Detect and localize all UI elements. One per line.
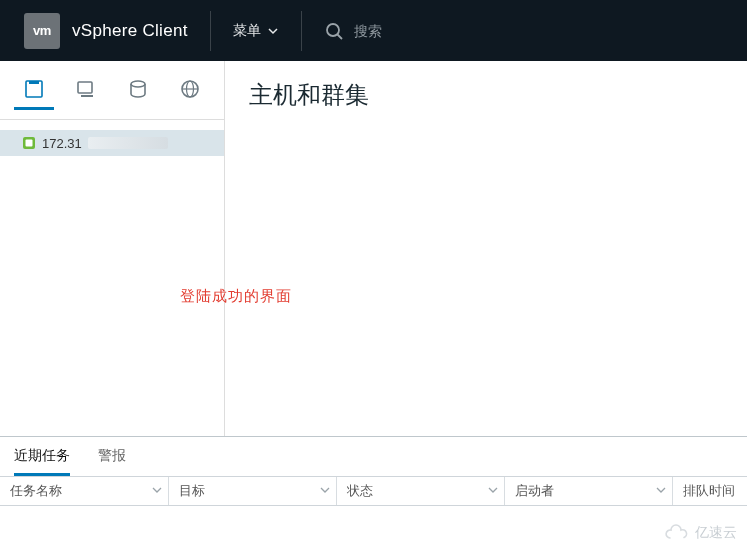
chevron-down-icon bbox=[267, 25, 279, 37]
col-status[interactable]: 状态 bbox=[336, 477, 504, 505]
main-body: 172.31 主机和群集 bbox=[0, 61, 747, 436]
search-icon bbox=[324, 21, 344, 41]
chevron-down-icon bbox=[656, 484, 666, 498]
top-header: vm vSphere Client 菜单 bbox=[0, 0, 747, 61]
chevron-down-icon bbox=[320, 484, 330, 498]
col-label: 状态 bbox=[347, 483, 373, 500]
header-divider bbox=[210, 11, 211, 51]
header-divider bbox=[301, 11, 302, 51]
col-label: 启动者 bbox=[515, 483, 554, 500]
inventory-tabs bbox=[0, 61, 224, 120]
annotation-note: 登陆成功的界面 bbox=[180, 287, 292, 306]
tab-hosts-clusters[interactable] bbox=[14, 70, 54, 110]
col-target[interactable]: 目标 bbox=[168, 477, 336, 505]
svg-rect-4 bbox=[78, 82, 92, 93]
vmware-logo: vm bbox=[24, 13, 60, 49]
tab-storage[interactable] bbox=[118, 70, 158, 110]
tasks-grid-header: 任务名称 目标 状态 启动者 排队时间 bbox=[0, 476, 747, 506]
tab-vms-templates[interactable] bbox=[66, 70, 106, 110]
page-title: 主机和群集 bbox=[249, 79, 723, 111]
tab-recent-tasks[interactable]: 近期任务 bbox=[14, 447, 70, 476]
search-box[interactable] bbox=[324, 21, 474, 41]
hosts-clusters-icon bbox=[23, 78, 45, 100]
svg-line-1 bbox=[337, 34, 342, 39]
col-label: 排队时间 bbox=[683, 483, 735, 500]
svg-rect-3 bbox=[29, 81, 39, 84]
col-label: 任务名称 bbox=[10, 483, 62, 500]
watermark-text: 亿速云 bbox=[695, 524, 737, 542]
vms-templates-icon bbox=[75, 78, 97, 100]
svg-point-6 bbox=[131, 81, 145, 87]
bottom-tabs: 近期任务 警报 bbox=[0, 437, 747, 476]
watermark: 亿速云 bbox=[663, 524, 737, 542]
inventory-tree: 172.31 bbox=[0, 120, 224, 156]
chevron-down-icon bbox=[152, 484, 162, 498]
search-input[interactable] bbox=[354, 23, 474, 39]
col-label: 目标 bbox=[179, 483, 205, 500]
col-queued-for[interactable]: 排队时间 bbox=[672, 477, 747, 505]
menu-dropdown[interactable]: 菜单 bbox=[233, 22, 279, 40]
svg-point-0 bbox=[327, 24, 339, 36]
tab-alarms[interactable]: 警报 bbox=[98, 447, 126, 476]
inventory-sidebar: 172.31 bbox=[0, 61, 225, 436]
tree-item-label: 172.31 bbox=[42, 136, 82, 151]
menu-label: 菜单 bbox=[233, 22, 261, 40]
svg-rect-11 bbox=[26, 140, 33, 147]
svg-rect-5 bbox=[81, 95, 93, 97]
content-area: 主机和群集 bbox=[225, 61, 747, 436]
networking-icon bbox=[179, 78, 201, 100]
storage-icon bbox=[127, 78, 149, 100]
product-brand: vSphere Client bbox=[72, 21, 188, 41]
cloud-icon bbox=[663, 524, 689, 542]
col-initiator[interactable]: 启动者 bbox=[504, 477, 672, 505]
bottom-panel: 近期任务 警报 任务名称 目标 状态 启动者 bbox=[0, 436, 747, 548]
chevron-down-icon bbox=[488, 484, 498, 498]
vmware-logo-text: vm bbox=[33, 23, 51, 38]
vcenter-icon bbox=[22, 136, 36, 150]
redacted-address bbox=[88, 137, 168, 149]
tree-item-vcenter[interactable]: 172.31 bbox=[0, 130, 224, 156]
col-task-name[interactable]: 任务名称 bbox=[0, 477, 168, 505]
tab-networking[interactable] bbox=[170, 70, 210, 110]
